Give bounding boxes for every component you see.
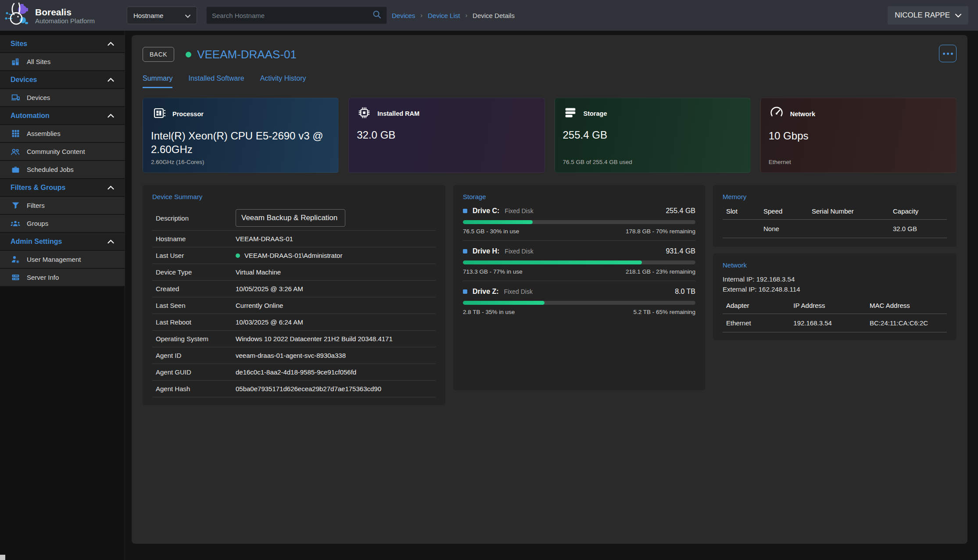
hostname-filter-dropdown[interactable]: Hostname xyxy=(127,7,197,24)
online-status-dot xyxy=(236,253,240,258)
people-icon xyxy=(11,147,20,157)
panel-title: Memory xyxy=(723,193,947,200)
summary-row-created: Created 10/05/2025 @ 3:26 AM xyxy=(152,281,436,297)
device-summary-panel: Device Summary Description Hostname VEEA… xyxy=(143,185,445,405)
sidebar-item-label: Devices xyxy=(27,94,50,101)
table-row: 192.168.3.54 xyxy=(790,314,866,332)
search-input[interactable] xyxy=(212,12,373,19)
breadcrumb-device-list[interactable]: Device List xyxy=(428,12,460,19)
panel-title: Device Summary xyxy=(152,193,436,200)
sidebar-item-label: All Sites xyxy=(27,58,50,65)
brand-name: Borealis xyxy=(35,7,95,17)
sidebar-section-filters-groups[interactable]: Filters & Groups xyxy=(0,179,125,197)
card-value: 10 Gbps xyxy=(769,129,948,143)
network-adapters-table: Adapter IP Address MAC Address Ethernet … xyxy=(723,302,947,332)
tab-activity-history[interactable]: Activity History xyxy=(260,75,306,88)
scrollbar-thumb[interactable] xyxy=(0,555,5,560)
network-card: Network 10 Gbps Ethernet xyxy=(760,98,957,173)
summary-row-last-reboot: Last Reboot 10/03/2025 @ 6:24 AM xyxy=(152,314,436,331)
sidebar-item-label: Scheduled Jobs xyxy=(27,166,74,173)
sidebar-item-label: User Management xyxy=(27,256,81,263)
breadcrumb-separator: › xyxy=(465,12,467,19)
breadcrumb-separator: › xyxy=(420,12,423,19)
summary-row-device-type: Device Type Virtual Machine xyxy=(152,264,436,281)
sidebar-item-community-content[interactable]: Community Content xyxy=(0,143,125,161)
summary-row-operating-system: Operating System Windows 10 2022 Datacen… xyxy=(152,331,436,347)
drive-row-h: Drive H: Fixed Disk 931.4 GB 713.3 GB - … xyxy=(463,241,695,281)
sidebar-item-label: Assemblies xyxy=(27,130,61,137)
sidebar-section-sites[interactable]: Sites xyxy=(0,35,125,53)
sidebar-item-all-sites[interactable]: All Sites xyxy=(0,53,125,71)
borealis-rabbit-logo-icon xyxy=(4,1,31,31)
tab-installed-software[interactable]: Installed Software xyxy=(188,75,244,88)
briefcase-icon xyxy=(11,165,20,175)
storage-card: Storage 255.4 GB 76.5 GB of 255.4 GB use… xyxy=(555,98,751,173)
summary-row-agent-guid: Agent GUID de16c0c1-8aa2-4d18-9585-9ce91… xyxy=(152,364,436,381)
table-row: Ethernet xyxy=(723,314,790,332)
more-actions-button[interactable] xyxy=(939,45,957,62)
sidebar-item-assemblies[interactable]: Assemblies xyxy=(0,125,125,143)
table-row xyxy=(723,220,760,238)
sidebar-section-devices[interactable]: Devices xyxy=(0,71,125,89)
back-button[interactable]: BACK xyxy=(143,47,174,62)
drive-used-text: 76.5 GB - 30% in use xyxy=(463,228,519,235)
tab-summary[interactable]: Summary xyxy=(143,75,172,88)
card-title: Installed RAM xyxy=(377,110,419,117)
chevron-up-icon xyxy=(107,78,114,82)
drive-usage-bar xyxy=(463,260,695,264)
device-tabs: Summary Installed Software Activity Hist… xyxy=(143,75,957,88)
breadcrumb: Devices › Device List › Device Details xyxy=(392,0,515,31)
card-value: 255.4 GB xyxy=(563,128,742,142)
user-gear-icon xyxy=(11,255,20,264)
search-box xyxy=(206,7,387,24)
card-subtitle: 2.60GHz (16-Cores) xyxy=(151,159,204,165)
memory-panel: Memory Slot Speed Serial Number Capacity… xyxy=(713,185,957,247)
summary-row-last-seen: Last Seen Currently Online xyxy=(152,297,436,314)
card-value: Intel(R) Xeon(R) CPU E5-2690 v3 @ 2.60GH… xyxy=(151,129,330,156)
sidebar: Sites All Sites Devices Devices Automati… xyxy=(0,31,125,560)
installed-ram-card: Installed RAM 32.0 GB xyxy=(348,98,545,173)
network-panel: Network Internal IP: 192.168.3.54 Extern… xyxy=(713,253,957,340)
chevron-up-icon xyxy=(107,239,114,244)
summary-row-hostname: Hostname VEEAM-DRAAS-01 xyxy=(152,231,436,247)
card-title: Processor xyxy=(172,111,204,118)
breadcrumb-devices[interactable]: Devices xyxy=(392,12,415,19)
sidebar-item-user-management[interactable]: User Management xyxy=(0,251,125,269)
building-icon xyxy=(11,57,20,67)
brand: Borealis Automation Platform xyxy=(4,1,95,31)
top-bar: Borealis Automation Platform Hostname De… xyxy=(0,0,978,31)
summary-row-agent-hash: Agent Hash 05ba0e7935171d626ecea29b27d7a… xyxy=(152,381,436,397)
panel-title: Storage xyxy=(463,193,695,200)
ram-chip-icon xyxy=(357,105,372,122)
user-menu-button[interactable]: NICOLE RAPPE xyxy=(888,6,968,25)
drive-bullet-icon xyxy=(463,209,467,213)
sidebar-item-label: Community Content xyxy=(27,148,85,155)
card-subtitle: 76.5 GB of 255.4 GB used xyxy=(563,159,632,165)
drive-used-text: 713.3 GB - 77% in use xyxy=(463,268,523,275)
sidebar-item-scheduled-jobs[interactable]: Scheduled Jobs xyxy=(0,161,125,179)
sidebar-item-devices[interactable]: Devices xyxy=(0,89,125,107)
online-status-dot xyxy=(186,52,191,57)
chevron-down-icon xyxy=(955,11,961,20)
card-value: 32.0 GB xyxy=(357,128,536,142)
table-row xyxy=(808,220,889,238)
summary-row-agent-id: Agent ID veeam-draas-01-agent-svc-8930a3… xyxy=(152,347,436,364)
brand-tagline: Automation Platform xyxy=(35,17,95,25)
sidebar-section-automation[interactable]: Automation xyxy=(0,107,125,125)
server-icon xyxy=(11,273,20,282)
sidebar-item-filters[interactable]: Filters xyxy=(0,197,125,215)
sidebar-item-groups[interactable]: Groups xyxy=(0,215,125,233)
sidebar-item-server-info[interactable]: Server Info xyxy=(0,269,125,287)
sidebar-item-label: Filters xyxy=(27,202,45,209)
sidebar-section-admin-settings[interactable]: Admin Settings xyxy=(0,233,125,251)
drive-remaining-text: 218.1 GB - 23% remaining xyxy=(626,268,695,275)
sidebar-item-label: Groups xyxy=(27,220,48,227)
drive-bullet-icon xyxy=(463,249,467,253)
panel-title: Network xyxy=(723,261,947,269)
description-input[interactable] xyxy=(236,209,345,227)
memory-table: Slot Speed Serial Number Capacity None 3… xyxy=(723,207,947,238)
summary-row-description: Description xyxy=(152,206,436,231)
breadcrumb-device-details: Device Details xyxy=(473,12,515,19)
chevron-up-icon xyxy=(107,42,114,46)
search-icon[interactable] xyxy=(373,10,381,21)
